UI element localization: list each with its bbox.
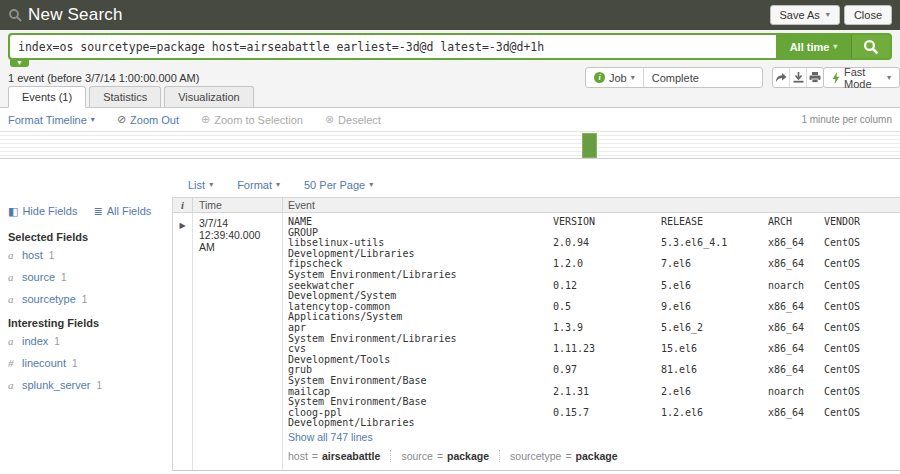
package-version: 1.2.0 [553, 259, 661, 270]
package-name: NAME [288, 217, 553, 228]
chevron-down-icon: ▾ [91, 116, 95, 124]
package-release: 81.el6 [661, 365, 768, 376]
fields-sidebar: ◧Hide Fields ≣All Fields Selected Fields… [0, 197, 170, 474]
package-version: VERSION [553, 217, 661, 228]
event-field-values: host=airseabattlesource=packagesourcetyp… [288, 447, 900, 466]
show-all-lines-link[interactable]: Show all 747 lines [288, 431, 373, 443]
selected-field-sourcetype[interactable]: asourcetype1 [8, 293, 162, 305]
results-toolbar: List▾ Format▾ 50 Per Page▾ [188, 176, 373, 194]
field-type-icon: # [8, 357, 16, 369]
event-field-sourcetype[interactable]: sourcetype=package [510, 450, 628, 462]
printer-icon [809, 72, 821, 83]
events-table: i Time Event ▶ 3/7/14 12:39:40.000 AM NA… [172, 197, 900, 471]
download-icon [793, 72, 804, 83]
selected-fields-heading: Selected Fields [8, 231, 162, 243]
package-group: System Environment/Base [288, 376, 900, 387]
interesting-fields-list: aindex1#linecount1asplunk_server1 [8, 335, 162, 391]
event-field-key: source [401, 450, 433, 462]
print-button[interactable] [807, 68, 823, 87]
job-group: i Job ▾ Complete [585, 67, 763, 88]
splunk-search-page: New Search Save As▾ Close All time▾ ▼ 1 … [0, 0, 900, 474]
search-submit-button[interactable] [852, 35, 890, 58]
lightning-icon [832, 72, 840, 84]
zoom-to-selection-button[interactable]: ⊕Zoom to Selection [201, 114, 303, 126]
per-page-button[interactable]: 50 Per Page▾ [304, 179, 373, 191]
timeline-scale-note: 1 minute per column [801, 114, 892, 125]
search-bar: All time▾ [8, 33, 892, 60]
package-version: 1.3.9 [553, 323, 661, 334]
interesting-field-splunk_server[interactable]: asplunk_server1 [8, 379, 162, 391]
package-version: 0.15.7 [553, 408, 661, 419]
hide-fields-icon: ◧ [8, 206, 18, 217]
field-type-icon: a [8, 271, 16, 283]
selected-field-host[interactable]: ahost1 [8, 249, 162, 261]
field-count: 1 [82, 294, 88, 305]
package-vendor: CentOS [824, 408, 900, 419]
interesting-field-index[interactable]: aindex1 [8, 335, 162, 347]
package-arch: x86_64 [768, 344, 824, 355]
package-vendor: CentOS [824, 302, 900, 313]
format-results-button[interactable]: Format▾ [237, 179, 280, 191]
equals-sign: = [437, 450, 443, 462]
package-release: 2.el6 [661, 387, 768, 398]
timeline-controls: Format Timeline▾ ⊘Zoom Out ⊕Zoom to Sele… [0, 109, 900, 130]
tab-visualization[interactable]: Visualization [164, 86, 254, 107]
event-field-source[interactable]: source=package [401, 450, 500, 462]
info-column-header: i [181, 200, 184, 211]
search-mode-button[interactable]: Fast Mode ▾ [823, 67, 900, 88]
package-arch: x86_64 [768, 238, 824, 249]
package-group: System Environment/Libraries [288, 270, 900, 281]
close-button[interactable]: Close [844, 5, 892, 25]
time-range-picker[interactable]: All time▾ [776, 35, 852, 58]
package-arch: noarch [768, 387, 824, 398]
list-view-button[interactable]: List▾ [188, 179, 213, 191]
package-line: apr1.3.95.el6_2x86_64CentOS [288, 323, 900, 334]
interesting-field-linecount[interactable]: #linecount1 [8, 357, 162, 369]
field-count: 1 [96, 380, 102, 391]
selected-field-source[interactable]: asource1 [8, 271, 162, 283]
equals-sign: = [312, 450, 318, 462]
tab-statistics[interactable]: Statistics [89, 86, 161, 107]
event-timeline-chart[interactable] [0, 131, 900, 159]
package-vendor: CentOS [824, 323, 900, 334]
package-arch: x86_64 [768, 365, 824, 376]
deselect-icon: ⊗ [325, 114, 334, 125]
package-group: Development/Libraries [288, 418, 900, 429]
package-vendor: VENDOR [824, 217, 900, 228]
format-timeline-button[interactable]: Format Timeline▾ [8, 114, 95, 126]
event-field-host[interactable]: host=airseabattle [288, 450, 391, 462]
save-as-button[interactable]: Save As▾ [770, 5, 840, 25]
package-release: 5.el6_2 [661, 323, 768, 334]
tab-events[interactable]: Events (1) [8, 86, 86, 108]
deselect-button[interactable]: ⊗Deselect [325, 114, 381, 126]
export-button[interactable] [790, 68, 807, 87]
field-name: host [22, 249, 43, 261]
share-button[interactable] [773, 68, 790, 87]
search-icon [8, 8, 22, 22]
hide-fields-button[interactable]: ◧Hide Fields [8, 205, 77, 217]
event-field-value: package [447, 450, 489, 462]
timeline-bar[interactable] [582, 133, 597, 158]
field-name: splunk_server [22, 379, 90, 391]
job-menu-button[interactable]: i Job ▾ [586, 68, 644, 87]
magnifier-icon [863, 39, 879, 55]
search-query-input[interactable] [10, 35, 776, 58]
zoom-out-icon: ⊘ [117, 114, 126, 125]
package-vendor: CentOS [824, 387, 900, 398]
job-action-icons [772, 67, 824, 88]
package-arch: x86_64 [768, 323, 824, 334]
expand-event-icon[interactable]: ▶ [179, 221, 185, 230]
chevron-down-icon: ▾ [887, 74, 891, 82]
field-type-icon: a [8, 249, 16, 261]
package-vendor: CentOS [824, 281, 900, 292]
package-release: RELEASE [661, 217, 768, 228]
chevron-down-icon: ▾ [631, 74, 635, 82]
all-fields-button[interactable]: ≣All Fields [93, 205, 151, 217]
zoom-out-button[interactable]: ⊘Zoom Out [117, 114, 179, 126]
package-arch: x86_64 [768, 259, 824, 270]
title-bar: New Search Save As▾ Close [0, 0, 900, 30]
package-name: apr [288, 323, 553, 334]
package-version: 2.1.31 [553, 387, 661, 398]
package-release: 5.el6 [661, 281, 768, 292]
result-tabs: Events (1) Statistics Visualization [8, 86, 254, 108]
